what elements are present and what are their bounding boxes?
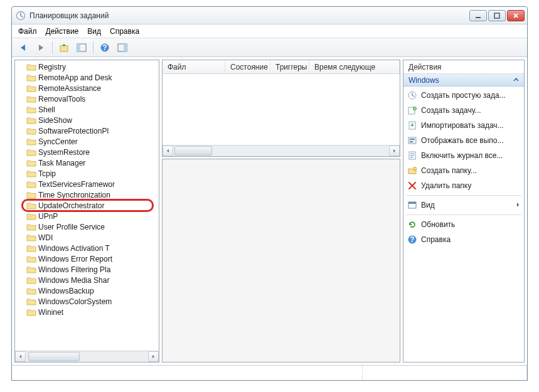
scroll-left-button[interactable] [163, 146, 173, 156]
import-icon [407, 120, 417, 130]
actions-list: Создать простую зада...Создать задачу...… [403, 87, 524, 362]
col-file[interactable]: Файл [163, 60, 225, 73]
action-item[interactable]: Удалить папку [403, 178, 524, 193]
action-label: Обновить [421, 220, 455, 229]
folder-icon [26, 276, 36, 285]
window-controls [469, 10, 525, 21]
folder-icon [26, 105, 36, 114]
tree-scroll[interactable]: RegistryRemoteApp and DeskRemoteAssistan… [15, 60, 159, 351]
tree-item[interactable]: Registry [18, 61, 159, 72]
tree-item[interactable]: SyncCenter [18, 136, 159, 147]
tree-item[interactable]: WindowsBackup [18, 285, 159, 296]
menubar: Файл Действие Вид Справка [12, 24, 527, 38]
tree-item-label: Task Manager [38, 159, 85, 167]
scroll-right-button[interactable] [389, 146, 400, 156]
tree-item-label: UPnP [38, 212, 58, 221]
tree-item[interactable]: TextServicesFramewor [18, 179, 159, 189]
close-button[interactable] [507, 10, 525, 21]
tree-item[interactable]: SystemRestore [18, 147, 159, 157]
up-button[interactable] [56, 40, 72, 55]
view-icon [407, 200, 417, 210]
tree-item-label: Tcpip [38, 169, 56, 178]
tree-item-label: User Profile Service [38, 223, 105, 231]
menu-view[interactable]: Вид [87, 27, 101, 36]
minimize-button[interactable] [469, 10, 487, 21]
window-title: Планировщик заданий [29, 11, 469, 20]
folder-icon [26, 308, 36, 317]
tree-item-label: SoftwareProtectionPl [38, 127, 109, 135]
action-label: Создать задачу... [421, 106, 481, 115]
scroll-thumb[interactable] [174, 146, 212, 156]
action-item[interactable]: Вид [403, 198, 524, 213]
back-button[interactable] [16, 40, 31, 55]
refresh-icon [407, 220, 417, 230]
actions-panel: Действия Windows Создать простую зада...… [403, 60, 525, 363]
scroll-track[interactable] [26, 351, 148, 362]
action-item[interactable]: ?Справка [403, 232, 524, 247]
action-item[interactable]: Создать задачу... [403, 103, 524, 118]
show-actions-button[interactable] [115, 40, 130, 55]
tree-item[interactable]: Wininet [18, 307, 159, 317]
tree-item-label: Time Synchronization [38, 191, 110, 199]
tree-item[interactable]: WindowsColorSystem [18, 296, 159, 307]
folder-icon [26, 265, 36, 274]
tree-item[interactable]: SideShow [18, 115, 159, 125]
tree-item-label: RemoteApp and Desk [38, 73, 112, 82]
folder-icon [26, 84, 36, 93]
folder-icon [26, 127, 36, 135]
col-state[interactable]: Состояние [225, 60, 270, 73]
action-item[interactable]: Отображать все выпо... [403, 133, 524, 148]
forward-button[interactable] [33, 40, 48, 55]
tree-item-label: WindowsBackup [38, 287, 94, 295]
tree-item[interactable]: Windows Error Report [18, 253, 159, 264]
collapse-icon [513, 76, 519, 85]
tree-item[interactable]: UpdateOrchestrator [18, 200, 159, 211]
tree-hscroll[interactable] [15, 351, 159, 362]
menu-help[interactable]: Справка [110, 27, 139, 36]
folder-icon [26, 201, 36, 210]
tree-item[interactable]: Time Synchronization [18, 189, 159, 200]
tree-item[interactable]: Tcpip [18, 168, 159, 179]
show-hide-tree-button[interactable] [74, 40, 89, 55]
action-item[interactable]: Создать простую зада... [403, 88, 524, 103]
scroll-track[interactable] [173, 146, 389, 156]
tree-item[interactable]: SoftwareProtectionPl [18, 125, 159, 136]
tree-item[interactable]: Task Manager [18, 157, 159, 168]
tree-item[interactable]: WDI [18, 232, 159, 243]
folder-icon [26, 287, 36, 295]
list-header: Файл Состояние Триггеры Время следующе [163, 60, 400, 74]
tree-item[interactable]: Windows Media Shar [18, 275, 159, 285]
tree-item[interactable]: RemoteAssistance [18, 83, 159, 93]
tree-item[interactable]: Windows Activation T [18, 243, 159, 253]
menu-file[interactable]: Файл [18, 27, 37, 36]
help-toolbar-button[interactable]: ? [97, 40, 112, 55]
app-icon [16, 11, 26, 21]
task-new-icon [407, 105, 417, 115]
tree-item[interactable]: Shell [18, 104, 159, 115]
svg-rect-9 [124, 44, 127, 51]
scroll-right-button[interactable] [148, 351, 159, 362]
tree-item[interactable]: Windows Filtering Pla [18, 264, 159, 275]
tree-item[interactable]: RemoteApp and Desk [18, 72, 159, 83]
actions-group-header[interactable]: Windows [403, 74, 524, 87]
list-body[interactable] [163, 74, 400, 145]
menu-action[interactable]: Действие [46, 27, 79, 36]
tree-item[interactable]: UPnP [18, 211, 159, 221]
list-hscroll[interactable] [163, 145, 400, 156]
tree-item[interactable]: RemovalTools [18, 93, 159, 104]
scroll-left-button[interactable] [15, 351, 26, 362]
maximize-button[interactable] [488, 10, 506, 21]
action-label: Импортировать задач... [421, 121, 504, 130]
tree-item-label: TextServicesFramewor [38, 180, 115, 189]
statusbar [12, 365, 527, 380]
tree-item[interactable]: User Profile Service [18, 221, 159, 232]
action-item[interactable]: Обновить [403, 217, 524, 232]
action-item[interactable]: Создать папку... [403, 163, 524, 178]
action-item[interactable]: Включить журнал все... [403, 148, 524, 163]
svg-rect-15 [410, 139, 415, 140]
svg-rect-20 [408, 202, 416, 204]
col-nextrun[interactable]: Время следующе [309, 60, 400, 73]
scroll-thumb[interactable] [28, 352, 80, 361]
action-item[interactable]: Импортировать задач... [403, 118, 524, 133]
col-triggers[interactable]: Триггеры [270, 60, 309, 73]
